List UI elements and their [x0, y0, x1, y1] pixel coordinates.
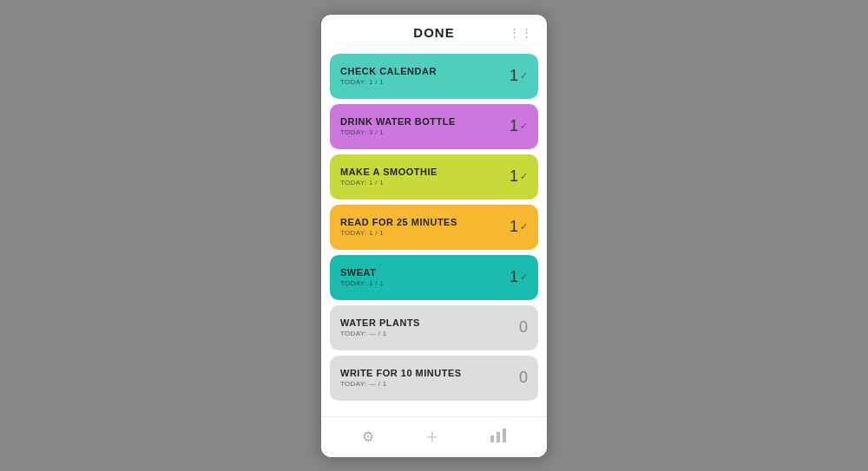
task-count: 1 ✓ [510, 117, 528, 135]
task-count: 0 [519, 318, 528, 337]
task-item[interactable]: WATER PLANTSTODAY: — / 10 [330, 305, 538, 350]
task-item[interactable]: READ FOR 25 MINUTESTODAY: 1 / 11 ✓ [330, 205, 538, 250]
task-name: WRITE FOR 10 MINUTES [340, 368, 462, 378]
task-sub: TODAY: — / 1 [340, 330, 420, 337]
task-name: CHECK CALENDAR [340, 66, 437, 76]
task-name: MAKE A SMOOTHIE [340, 167, 437, 177]
page-title: DONE [413, 25, 454, 40]
task-count: 1 ✓ [510, 218, 528, 236]
tasks-list: CHECK CALENDARTODAY: 1 / 11 ✓DRINK WATER… [321, 50, 547, 416]
task-sub: TODAY: 1 / 1 [340, 229, 457, 237]
task-count: 1 ✓ [510, 268, 528, 286]
check-icon: ✓ [520, 121, 528, 132]
task-item[interactable]: WRITE FOR 10 MINUTESTODAY: — / 10 [330, 356, 538, 401]
task-name: DRINK WATER BOTTLE [340, 116, 456, 127]
task-sub: TODAY: — / 1 [340, 380, 462, 388]
task-item[interactable]: MAKE A SMOOTHIETODAY: 1 / 11 ✓ [330, 154, 538, 200]
task-sub: TODAY: 1 / 1 [340, 179, 437, 186]
task-zero: 0 [519, 369, 528, 387]
task-name: WATER PLANTS [340, 317, 420, 328]
check-icon: ✓ [520, 271, 528, 283]
task-item[interactable]: DRINK WATER BOTTLETODAY: 3 / 11 ✓ [330, 104, 538, 149]
svg-rect-0 [490, 435, 494, 442]
task-sub: TODAY: 1 / 1 [340, 78, 437, 86]
task-sub: TODAY: 3 / 1 [340, 128, 456, 136]
task-count: 0 [519, 369, 528, 387]
footer-bar: ⚙ + [321, 416, 547, 457]
grid-icon[interactable]: ⋮⋮ [509, 26, 533, 39]
svg-rect-2 [503, 428, 506, 442]
stats-icon[interactable] [490, 428, 506, 446]
task-count: 1 ✓ [510, 67, 528, 85]
check-icon: ✓ [520, 221, 528, 232]
check-icon: ✓ [520, 70, 528, 82]
task-item[interactable]: CHECK CALENDARTODAY: 1 / 11 ✓ [330, 54, 538, 99]
task-item[interactable]: SWEATTODAY: 1 / 11 ✓ [330, 255, 538, 300]
add-icon[interactable]: + [427, 426, 438, 448]
task-sub: TODAY: 1 / 1 [340, 279, 384, 287]
settings-icon[interactable]: ⚙ [362, 428, 374, 445]
check-icon: ✓ [520, 171, 528, 182]
task-count: 1 ✓ [510, 167, 528, 186]
task-zero: 0 [519, 318, 528, 337]
task-name: READ FOR 25 MINUTES [340, 217, 457, 227]
phone-container: DONE ⋮⋮ CHECK CALENDARTODAY: 1 / 11 ✓DRI… [321, 15, 547, 457]
svg-rect-1 [496, 432, 500, 442]
task-name: SWEAT [340, 267, 384, 278]
header: DONE ⋮⋮ [321, 15, 547, 50]
